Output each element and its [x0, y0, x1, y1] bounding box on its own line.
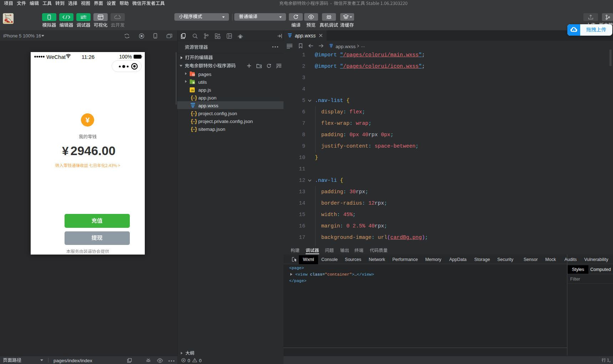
- svg-text:JS: JS: [190, 88, 194, 92]
